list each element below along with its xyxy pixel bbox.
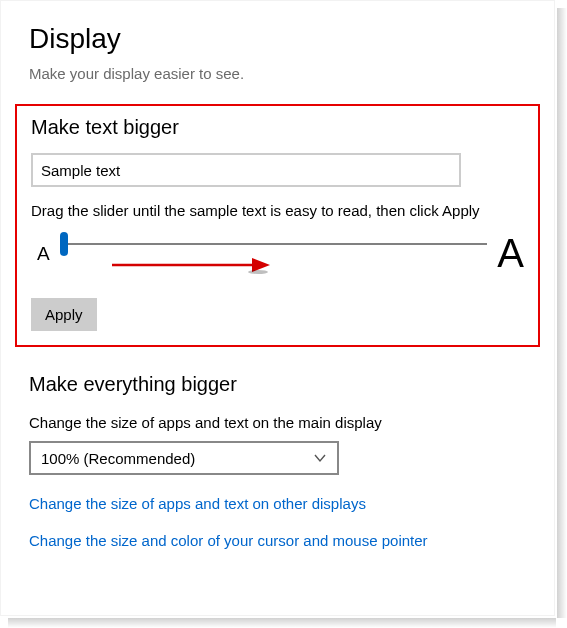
section-make-everything-bigger: Make everything bigger Change the size o… — [29, 373, 532, 549]
section-make-everything-bigger-heading: Make everything bigger — [29, 373, 532, 396]
page-title: Display — [29, 23, 532, 55]
text-size-slider-row: A A — [31, 231, 524, 276]
link-cursor-pointer[interactable]: Change the size and color of your cursor… — [29, 532, 532, 549]
svg-point-2 — [248, 270, 268, 274]
display-scale-selected: 100% (Recommended) — [41, 450, 195, 467]
chevron-down-icon — [313, 451, 327, 465]
scale-description: Change the size of apps and text on the … — [29, 414, 532, 431]
arrow-annotation-icon — [112, 256, 272, 274]
sample-text-input[interactable] — [31, 153, 461, 187]
apply-button[interactable]: Apply — [31, 298, 97, 331]
text-size-slider[interactable] — [60, 234, 488, 274]
svg-marker-1 — [252, 258, 270, 272]
highlight-box: Make text bigger Drag the slider until t… — [15, 104, 540, 347]
link-other-displays[interactable]: Change the size of apps and text on othe… — [29, 495, 532, 512]
slider-instruction: Drag the slider until the sample text is… — [31, 201, 524, 221]
shadow-bottom — [8, 618, 556, 628]
slider-min-label: A — [37, 243, 50, 265]
section-make-text-bigger-heading: Make text bigger — [31, 116, 524, 139]
slider-max-label: A — [497, 231, 524, 276]
shadow-right — [557, 8, 567, 618]
page-subtitle: Make your display easier to see. — [29, 65, 532, 82]
slider-track — [60, 243, 488, 245]
display-scale-select[interactable]: 100% (Recommended) — [29, 441, 339, 475]
settings-panel: Display Make your display easier to see.… — [0, 0, 555, 616]
slider-thumb[interactable] — [60, 232, 68, 256]
